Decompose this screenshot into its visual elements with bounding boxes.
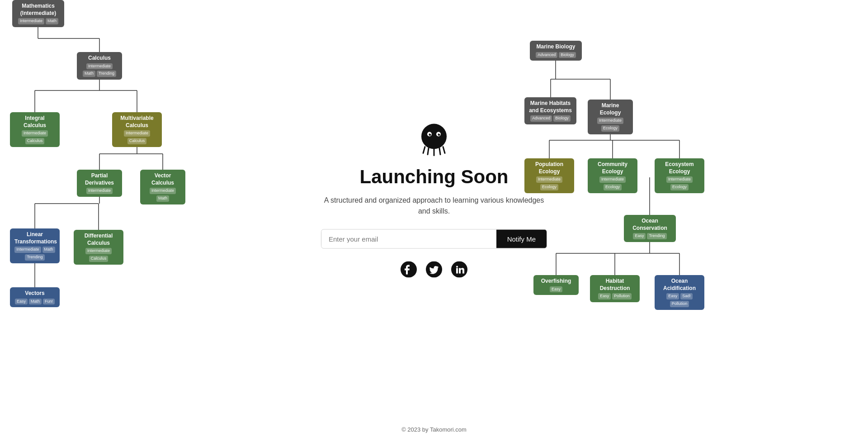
linkedin-icon[interactable] (451, 261, 467, 277)
email-form: Notify Me (321, 229, 547, 248)
node-integral-calculus[interactable]: Integral Calculus Intermediate Calculus (10, 112, 60, 147)
twitter-icon[interactable] (426, 261, 442, 277)
svg-line-43 (443, 147, 445, 153)
center-panel: Launching Soon A structured and organize… (321, 120, 547, 277)
footer: © 2023 by Takomori.com (401, 426, 467, 433)
node-ocean-acidification[interactable]: Ocean Acidification Easy Sad! Pollution (655, 275, 704, 310)
svg-point-37 (430, 133, 431, 134)
node-differential-calculus[interactable]: Differential Calculus Intermediate Calcu… (74, 230, 123, 265)
node-partial-derivatives[interactable]: Partial Derivatives Intermediate (77, 170, 122, 197)
social-icons-row (401, 261, 467, 277)
svg-point-38 (439, 133, 440, 134)
svg-line-42 (439, 148, 440, 154)
svg-line-39 (423, 147, 425, 153)
notify-button[interactable]: Notify Me (496, 229, 547, 248)
svg-rect-47 (456, 268, 458, 273)
node-marine-ecology[interactable]: Marine Ecology Intermediate Ecology (588, 100, 633, 134)
node-habitat-destruction[interactable]: Habitat Destruction Easy Pollution (590, 275, 640, 302)
svg-point-32 (421, 124, 447, 149)
svg-point-48 (456, 266, 458, 267)
page-title: Launching Soon (360, 166, 509, 187)
node-community-ecology[interactable]: Community Ecology Intermediate Ecology (588, 158, 637, 193)
node-math-intermediate[interactable]: Mathematics (Intermediate) Intermediate … (12, 0, 64, 27)
mascot-icon (416, 120, 452, 157)
node-linear-transformations[interactable]: Linear Transformations Intermediate Math… (10, 228, 60, 263)
node-marine-biology[interactable]: Marine Biology Advanced Biology (530, 41, 582, 61)
node-ecosystem-ecology[interactable]: Ecosystem Ecology Intermediate Ecology (655, 158, 704, 193)
node-calculus[interactable]: Calculus Intermediate Math Trending (77, 52, 122, 80)
facebook-icon[interactable] (401, 261, 417, 277)
page-wrapper: Mathematics (Intermediate) Intermediate … (0, 0, 868, 442)
node-multivariable-calculus[interactable]: Multivariable Calculus Intermediate Calc… (112, 112, 162, 147)
node-vector-calculus[interactable]: Vector Calculus Intermediate Math (140, 170, 185, 204)
email-input[interactable] (321, 229, 496, 248)
svg-line-40 (428, 148, 429, 154)
node-overfishing[interactable]: Overfishing Easy (533, 275, 579, 295)
subtitle-text: A structured and organized approach to l… (321, 195, 547, 216)
node-vectors[interactable]: Vectors Easy Math Fun! (10, 287, 60, 307)
node-ocean-conservation[interactable]: Ocean Conservation Easy Trending (624, 215, 676, 242)
